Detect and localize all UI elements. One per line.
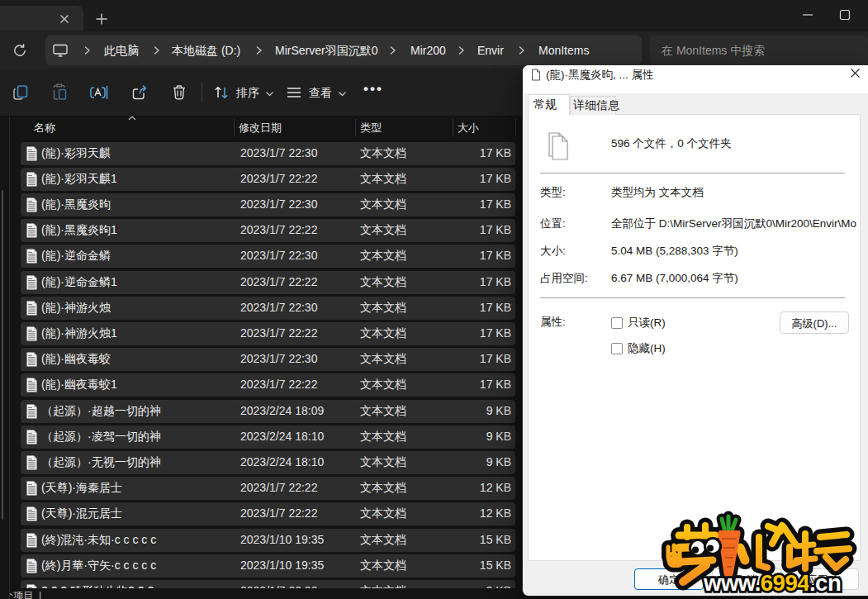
svg-text:www.6994.cn: www.6994.cn: [703, 570, 841, 596]
